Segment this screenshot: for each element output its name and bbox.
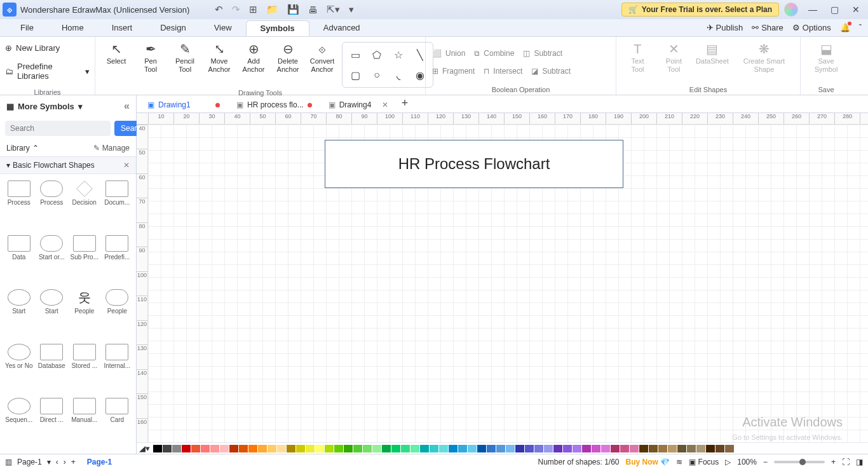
- menu-design[interactable]: Design: [146, 20, 200, 35]
- color-swatch[interactable]: [258, 445, 267, 452]
- page-list-icon[interactable]: ▥: [5, 458, 12, 466]
- chevron-down-icon[interactable]: ▾: [78, 102, 83, 111]
- share-button[interactable]: ⚯Share: [752, 23, 783, 32]
- menu-file[interactable]: File: [6, 20, 48, 35]
- shape-item[interactable]: Manual...: [68, 397, 101, 449]
- delete-anchor-tool[interactable]: ⊖Delete Anchor: [273, 39, 302, 75]
- color-swatch[interactable]: [658, 445, 667, 452]
- color-swatch[interactable]: [668, 445, 677, 452]
- color-swatch[interactable]: [725, 445, 734, 452]
- select-tool[interactable]: ↖Select: [102, 39, 131, 67]
- color-swatch[interactable]: [182, 445, 191, 452]
- maximize-icon[interactable]: ▢: [825, 4, 844, 15]
- open-icon[interactable]: 📁: [266, 4, 278, 15]
- menu-view[interactable]: View: [200, 20, 246, 35]
- shape-roundrect-icon[interactable]: ▢: [346, 67, 364, 83]
- color-swatch[interactable]: [496, 445, 505, 452]
- close-icon[interactable]: ✕: [846, 4, 865, 15]
- shape-item[interactable]: Internal...: [101, 343, 134, 395]
- tab-drawing1[interactable]: ▣Drawing1: [139, 97, 228, 112]
- add-anchor-tool[interactable]: ⊕Add Anchor: [239, 39, 268, 75]
- shape-rect-icon[interactable]: ▭: [346, 46, 364, 63]
- shape-circle-icon[interactable]: ○: [368, 67, 386, 83]
- color-swatch[interactable]: [325, 445, 334, 452]
- close-category-icon[interactable]: ✕: [123, 161, 130, 170]
- collapse-ribbon-icon[interactable]: ˆ: [859, 23, 862, 32]
- shape-item[interactable]: Database: [36, 343, 69, 395]
- options-button[interactable]: ⚙Options: [792, 23, 831, 32]
- shape-item[interactable]: Predefi...: [101, 234, 134, 286]
- shape-item[interactable]: Start or...: [36, 234, 69, 286]
- color-swatch[interactable]: [277, 445, 286, 452]
- focus-button[interactable]: ▣ Focus: [689, 458, 719, 466]
- trial-banner[interactable]: 🛒 Your Free Trial is over. Select a Plan: [621, 3, 779, 17]
- union-button[interactable]: ⬜Union: [432, 49, 465, 58]
- new-icon[interactable]: ⊞: [249, 4, 257, 15]
- print-icon[interactable]: 🖶: [308, 4, 318, 15]
- new-library-button[interactable]: ⊕New Library: [5, 41, 90, 55]
- flowchart-title-box[interactable]: HR Process Flowchart: [325, 140, 623, 188]
- library-label[interactable]: Library: [6, 144, 30, 153]
- color-swatch[interactable]: [468, 445, 477, 452]
- page-selector[interactable]: Page-1: [17, 458, 42, 466]
- move-anchor-tool[interactable]: ⤡Move Anchor: [205, 39, 234, 75]
- color-swatch[interactable]: [372, 445, 381, 452]
- manage-button[interactable]: ✎Manage: [93, 144, 130, 153]
- color-swatch[interactable]: [420, 445, 429, 452]
- color-swatch[interactable]: [630, 445, 639, 452]
- color-swatch[interactable]: [563, 445, 572, 452]
- color-swatch[interactable]: [449, 445, 458, 452]
- convert-anchor-tool[interactable]: ⟐Convert Anchor: [308, 39, 337, 75]
- publish-button[interactable]: ✈Publish: [707, 23, 743, 32]
- color-swatch[interactable]: [611, 445, 620, 452]
- shape-item[interactable]: Docum...: [101, 179, 134, 231]
- minimize-icon[interactable]: —: [803, 4, 822, 15]
- canvas[interactable]: HR Process Flowchart Activate Windows Go…: [148, 125, 868, 442]
- color-swatch[interactable]: [172, 445, 181, 452]
- pencil-tool[interactable]: ✎Pencil Tool: [170, 39, 200, 75]
- color-swatch[interactable]: [515, 445, 524, 452]
- shape-star-icon[interactable]: ☆: [390, 46, 407, 63]
- more-symbols-label[interactable]: More Symbols: [18, 102, 74, 111]
- color-swatch[interactable]: [344, 445, 353, 452]
- buy-now-button[interactable]: Buy Now 💎: [626, 458, 670, 466]
- color-swatch[interactable]: [430, 445, 438, 452]
- collapse-sidebar-icon[interactable]: «: [124, 100, 130, 112]
- export-icon[interactable]: ⇱▾: [327, 4, 340, 15]
- color-swatch[interactable]: [315, 445, 324, 452]
- zoom-value[interactable]: 100%: [737, 458, 757, 466]
- color-swatch[interactable]: [363, 445, 372, 452]
- color-swatch[interactable]: [439, 445, 448, 452]
- color-swatch[interactable]: [220, 445, 229, 452]
- color-swatch[interactable]: [210, 445, 219, 452]
- color-swatch[interactable]: [229, 445, 238, 452]
- close-tab-icon[interactable]: ✕: [382, 100, 388, 109]
- shape-item[interactable]: Sub Pro...: [68, 234, 101, 286]
- color-swatch[interactable]: [268, 445, 276, 452]
- color-swatch[interactable]: [706, 445, 715, 452]
- color-swatch[interactable]: [191, 445, 200, 452]
- tab-hr-process[interactable]: ▣HR process flo...: [228, 97, 320, 112]
- zoom-out-icon[interactable]: −: [763, 458, 768, 466]
- menu-insert[interactable]: Insert: [98, 20, 147, 35]
- predefine-libraries-button[interactable]: 🗂Predefine Libraries▾: [5, 59, 90, 83]
- color-swatch[interactable]: [715, 445, 724, 452]
- shape-item[interactable]: Data: [3, 234, 36, 286]
- color-swatch[interactable]: [677, 445, 686, 452]
- color-swatch[interactable]: [649, 445, 658, 452]
- color-swatch[interactable]: [153, 445, 162, 452]
- fit-page-icon[interactable]: ⛶: [842, 458, 850, 466]
- color-swatch[interactable]: [353, 445, 362, 452]
- color-swatch[interactable]: [620, 445, 629, 452]
- menu-advanced[interactable]: Advanced: [309, 20, 374, 35]
- color-swatch[interactable]: [573, 445, 581, 452]
- color-swatch[interactable]: [401, 445, 410, 452]
- redo-icon[interactable]: ↷: [232, 4, 240, 15]
- fullscreen-icon[interactable]: ◨: [856, 458, 863, 466]
- color-swatch[interactable]: [248, 445, 257, 452]
- shape-item[interactable]: Sequen...: [3, 397, 36, 449]
- subtract2-button[interactable]: ◪Subtract: [531, 67, 571, 76]
- page-dropdown-icon[interactable]: ▾: [47, 458, 51, 466]
- color-swatch[interactable]: [487, 445, 496, 452]
- add-page-icon[interactable]: +: [71, 458, 76, 466]
